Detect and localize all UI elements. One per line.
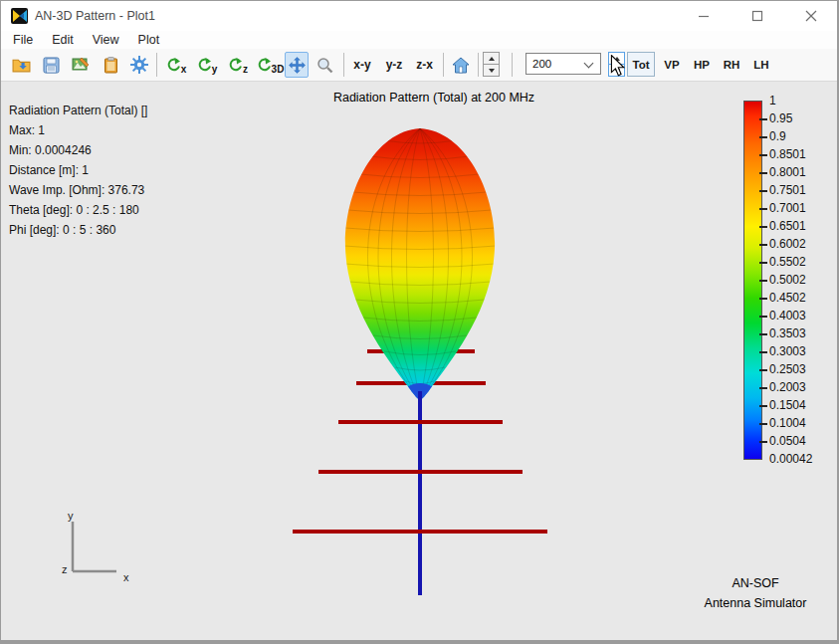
paste-button[interactable]: [99, 52, 122, 78]
image-edit-icon: [72, 57, 90, 73]
toolbar: x y z 3D: [1, 49, 837, 82]
magnifier-icon: [316, 57, 333, 74]
scale-spinner[interactable]: [483, 52, 500, 77]
plot-canvas[interactable]: Radiation Pattern (Total) at 200 MHz Rad…: [1, 82, 837, 640]
colorbar-label: 0.3503: [769, 326, 806, 340]
pattern-rh-button[interactable]: RH: [720, 52, 743, 78]
maximize-button[interactable]: [737, 2, 777, 30]
close-icon: [805, 10, 817, 22]
rotate-x-label: x: [181, 64, 187, 75]
minimize-icon: [698, 10, 710, 22]
colorbar-label: 0.00042: [769, 452, 812, 466]
view-yz-button[interactable]: y-z: [380, 52, 408, 78]
spin-down-icon[interactable]: [483, 64, 500, 77]
rotate-y-button[interactable]: y: [193, 52, 220, 78]
pattern-hp-button[interactable]: HP: [690, 52, 714, 78]
menu-file[interactable]: File: [13, 33, 33, 47]
menu-edit[interactable]: Edit: [52, 33, 74, 47]
colorbar-label: 0.2003: [769, 380, 806, 394]
mouse-cursor: [610, 55, 626, 77]
rotate-arrow-icon: [256, 58, 271, 72]
colorbar-label: 0.0504: [769, 434, 806, 448]
home-icon: [452, 57, 470, 74]
colorbar-label: 0.6002: [769, 237, 806, 251]
clipboard-icon: [104, 57, 118, 74]
rotate-z-button[interactable]: z: [224, 52, 251, 78]
radiation-pattern-3d[interactable]: [1, 82, 839, 640]
rotate-arrow-icon: [227, 58, 242, 72]
branding-line2: Antenna Simulator: [685, 593, 826, 613]
open-button[interactable]: [9, 52, 33, 78]
axis-z-label: z: [62, 563, 68, 575]
gear-icon: [130, 56, 148, 74]
window-title: AN-3D Pattern - Plot1: [35, 9, 155, 23]
app-window: AN-3D Pattern - Plot1 File Edit View Plo…: [0, 0, 839, 644]
colorbar-label: 0.6501: [769, 219, 806, 233]
menu-view[interactable]: View: [93, 33, 119, 47]
pattern-lh-button[interactable]: LH: [749, 52, 773, 78]
frequency-dropdown[interactable]: 200: [525, 53, 601, 75]
colorbar-label: 0.4502: [769, 291, 806, 305]
view-zx-button[interactable]: z-x: [411, 52, 438, 78]
zoom-button[interactable]: [313, 52, 336, 78]
colorbar-label: 0.3003: [769, 344, 806, 358]
chevron-down-icon: [584, 59, 594, 69]
close-button[interactable]: [791, 2, 831, 30]
rotate-z-label: z: [243, 64, 248, 75]
save-button[interactable]: [39, 52, 63, 78]
save-icon: [43, 57, 60, 74]
settings-button[interactable]: [127, 52, 151, 78]
pattern-total-button[interactable]: Tot: [627, 52, 655, 77]
rotate-x-button[interactable]: x: [162, 52, 189, 78]
title-bar[interactable]: AN-3D Pattern - Plot1: [1, 1, 837, 31]
pan-move-icon: [289, 57, 306, 74]
app-icon: [11, 7, 29, 25]
colorbar-label: 0.4003: [769, 309, 806, 322]
home-view-button[interactable]: [448, 52, 474, 78]
colorbar-label: 0.5502: [769, 255, 806, 269]
branding-line1: AN-SOF: [685, 573, 826, 593]
colorbar-label: 0.1504: [769, 398, 806, 412]
menu-bar: File Edit View Plot: [1, 31, 837, 49]
colorbar-label: 1: [769, 94, 776, 107]
rotate-arrow-icon: [165, 58, 180, 72]
colorbar-label: 0.8001: [769, 165, 806, 179]
colorbar-label: 0.95: [769, 111, 792, 125]
colorbar-label: 0.5002: [769, 273, 806, 287]
pattern-vp-button[interactable]: VP: [660, 52, 684, 78]
rotate-3d-label: 3D: [272, 64, 285, 75]
frequency-value: 200: [532, 58, 551, 70]
axis-y-label: y: [68, 510, 74, 522]
menu-plot[interactable]: Plot: [138, 33, 160, 47]
colorbar-label: 0.2503: [769, 362, 806, 376]
axes-triad: [73, 522, 116, 571]
rotate-3d-button[interactable]: 3D: [255, 52, 285, 78]
axis-x-label: x: [123, 571, 129, 583]
maximize-icon: [751, 10, 763, 22]
colorbar-label: 0.8501: [769, 147, 806, 161]
view-xy-button[interactable]: x-y: [348, 52, 376, 78]
colorbar-label: 0.9: [769, 129, 786, 143]
rotate-arrow-icon: [196, 58, 211, 72]
colorbar-label: 0.1004: [769, 416, 806, 430]
branding: AN-SOF Antenna Simulator: [685, 573, 826, 613]
minimize-button[interactable]: [684, 2, 724, 30]
colorbar-label: 0.7501: [769, 183, 806, 197]
open-folder-icon: [12, 57, 31, 73]
pan-button[interactable]: [285, 52, 309, 78]
rotate-y-label: y: [212, 64, 218, 75]
colorbar-label: 0.7001: [769, 201, 806, 215]
export-image-button[interactable]: [69, 52, 93, 78]
